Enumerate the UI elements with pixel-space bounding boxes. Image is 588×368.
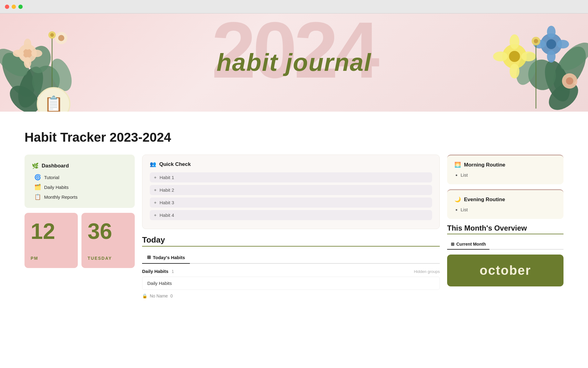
svg-point-32 [510,34,519,49]
overview-tab-label: Current Month [456,242,486,247]
monthly-reports-emoji: 📋 [34,194,41,200]
morning-routine-card: 🌅 Morning Routine List [447,155,564,184]
habit-label-1: Habit 1 [160,175,174,180]
svg-point-24 [541,33,562,55]
minimize-button[interactable] [12,5,16,9]
evening-routine-title: Evening Routine [464,197,505,203]
nav-monthly-reports[interactable]: 📋 Monthly Reports [32,192,127,202]
tutorial-emoji: 🌀 [34,174,41,181]
overview-tab-icon: ⊞ [451,242,454,247]
evening-routine-list-item: List [461,206,556,213]
quick-check-card: 👥 Quick Check ✦ Habit 1 ✦ Habit 2 ✦ Habi… [142,155,440,229]
svg-point-18 [547,41,588,96]
svg-point-29 [557,40,569,48]
tab-icon: ⊞ [147,255,151,260]
banner-title: HaBiT jouRnaL [217,48,371,77]
svg-point-14 [58,35,64,41]
today-title: Today [142,235,440,245]
svg-point-26 [547,26,556,38]
no-name-row-container: 🔒 No Name 0 [142,293,440,298]
svg-point-39 [532,37,540,45]
tab-current-month[interactable]: ⊞ Current Month [447,239,489,250]
clock-minute-card: 36 TUESDAY [81,213,135,268]
clock-row: 12 PM 36 TUESDAY [24,213,135,268]
morning-routine-title: Morning Routine [464,162,505,168]
morning-routine-header: 🌅 Morning Routine [454,162,556,168]
hidden-groups-label: Hidden groups [414,269,440,274]
svg-point-27 [547,50,556,63]
evening-routine-card: 🌙 Evening Routine List [447,189,564,219]
svg-point-0 [0,48,41,102]
clock-period-label: PM [31,256,72,261]
overview-divider [447,234,564,234]
three-column-layout: 🌿 Dashboard 🌀 Tutorial 🗂️ Daily Habits 📋… [24,155,564,298]
svg-point-37 [566,77,573,85]
daily-habits-emoji: 🗂️ [34,184,41,190]
svg-point-11 [24,39,31,50]
morning-routine-list: List [454,172,556,178]
svg-point-10 [31,50,42,57]
habit-item-3[interactable]: ✦ Habit 3 [150,197,432,208]
svg-point-30 [502,44,527,69]
nav-card: 🌿 Dashboard 🌀 Tutorial 🗂️ Daily Habits 📋… [24,155,135,208]
svg-point-8 [23,49,32,58]
svg-point-19 [540,57,575,105]
no-name-row: 🔒 No Name 0 [142,293,440,298]
evening-routine-emoji: 🌙 [454,196,461,203]
svg-point-40 [534,39,538,43]
habit-item-2[interactable]: ✦ Habit 2 [150,185,432,195]
maximize-button[interactable] [18,5,23,9]
evening-routine-header: 🌙 Evening Routine [454,196,556,203]
overview-title: This Month's Overview [447,224,564,232]
habit-cross-icon-4: ✦ [153,213,157,218]
habit-item-4[interactable]: ✦ Habit 4 [150,210,432,220]
svg-point-23 [512,50,541,88]
svg-point-7 [18,44,37,63]
quick-check-header: 👥 Quick Check [150,161,432,167]
svg-point-28 [533,40,546,48]
nav-daily-habits[interactable]: 🗂️ Daily Habits [32,182,127,192]
evening-routine-list: List [454,206,556,213]
no-name-count: 0 [170,293,173,298]
nav-dashboard[interactable]: 🌿 Dashboard [32,161,127,171]
svg-point-16 [48,31,56,39]
today-divider [142,246,440,247]
tab-todays-habits[interactable]: ⊞ Today's Habits [142,251,190,264]
svg-point-2 [0,44,32,81]
tab-label: Today's Habits [153,255,185,260]
svg-point-36 [562,73,577,89]
svg-point-6 [26,43,54,75]
habit-cross-icon-1: ✦ [153,175,157,180]
svg-point-31 [509,51,520,62]
close-button[interactable] [5,5,9,9]
page-title: Habit Tracker 2023-2024 [24,130,564,145]
banner: 2024 HaBiT jouRnaL 📋 [0,13,588,112]
quick-check-emoji: 👥 [150,161,156,167]
overview-section: This Month's Overview ⊞ Current Month oc… [447,224,564,286]
habit-cross-icon-3: ✦ [153,200,157,205]
quick-check-title: Quick Check [159,161,191,167]
habit-label-3: Habit 3 [160,200,174,205]
dashboard-emoji: 🌿 [32,163,39,169]
middle-column: 👥 Quick Check ✦ Habit 1 ✦ Habit 2 ✦ Habi… [142,155,440,298]
banner-icon-circle: 📋 [37,87,70,112]
habit-cross-icon-2: ✦ [153,188,157,193]
svg-point-34 [493,52,508,61]
habit-item-1[interactable]: ✦ Habit 1 [150,172,432,182]
svg-point-13 [55,32,67,44]
nav-tutorial[interactable]: 🌀 Tutorial [32,172,127,182]
svg-point-22 [544,77,583,112]
svg-point-9 [13,50,24,57]
svg-point-17 [50,33,54,37]
group-label: Daily Habits [142,269,168,274]
today-section: Today ⊞ Today's Habits Daily Habits 1 Hi… [142,235,440,298]
main-content: Habit Tracker 2023-2024 🌿 Dashboard 🌀 Tu… [0,112,588,311]
browser-chrome [0,0,588,13]
svg-point-12 [24,57,31,68]
lock-icon: 🔒 [142,293,147,298]
morning-routine-emoji: 🌅 [454,162,461,168]
table-row[interactable]: Daily Habits [142,277,440,290]
month-label: october [480,263,531,278]
table-header-row: Daily Habits 1 Hidden groups [142,269,440,274]
month-card: october [447,255,564,286]
